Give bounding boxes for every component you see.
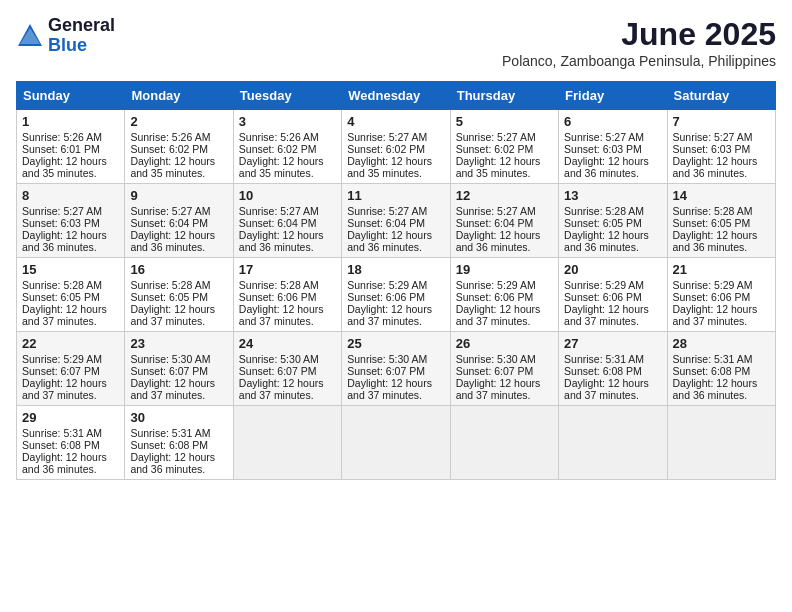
day-number: 18 xyxy=(347,262,444,277)
day-info: Sunrise: 5:29 AM Sunset: 6:07 PM Dayligh… xyxy=(22,353,107,401)
day-info: Sunrise: 5:27 AM Sunset: 6:03 PM Dayligh… xyxy=(673,131,758,179)
day-info: Sunrise: 5:31 AM Sunset: 6:08 PM Dayligh… xyxy=(564,353,649,401)
day-info: Sunrise: 5:29 AM Sunset: 6:06 PM Dayligh… xyxy=(347,279,432,327)
calendar-cell: 12Sunrise: 5:27 AM Sunset: 6:04 PM Dayli… xyxy=(450,184,558,258)
calendar-cell: 9Sunrise: 5:27 AM Sunset: 6:04 PM Daylig… xyxy=(125,184,233,258)
day-info: Sunrise: 5:26 AM Sunset: 6:01 PM Dayligh… xyxy=(22,131,107,179)
weekday-header-wednesday: Wednesday xyxy=(342,82,450,110)
weekday-header-thursday: Thursday xyxy=(450,82,558,110)
calendar-cell: 14Sunrise: 5:28 AM Sunset: 6:05 PM Dayli… xyxy=(667,184,775,258)
day-info: Sunrise: 5:27 AM Sunset: 6:02 PM Dayligh… xyxy=(347,131,432,179)
day-info: Sunrise: 5:30 AM Sunset: 6:07 PM Dayligh… xyxy=(239,353,324,401)
day-info: Sunrise: 5:28 AM Sunset: 6:05 PM Dayligh… xyxy=(130,279,215,327)
day-number: 27 xyxy=(564,336,661,351)
day-number: 25 xyxy=(347,336,444,351)
day-info: Sunrise: 5:31 AM Sunset: 6:08 PM Dayligh… xyxy=(130,427,215,475)
weekday-header-sunday: Sunday xyxy=(17,82,125,110)
calendar-cell: 8Sunrise: 5:27 AM Sunset: 6:03 PM Daylig… xyxy=(17,184,125,258)
svg-marker-1 xyxy=(20,28,40,44)
day-number: 3 xyxy=(239,114,336,129)
calendar-cell: 27Sunrise: 5:31 AM Sunset: 6:08 PM Dayli… xyxy=(559,332,667,406)
day-number: 10 xyxy=(239,188,336,203)
calendar-cell: 1Sunrise: 5:26 AM Sunset: 6:01 PM Daylig… xyxy=(17,110,125,184)
day-number: 13 xyxy=(564,188,661,203)
title-area: June 2025 Polanco, Zamboanga Peninsula, … xyxy=(502,16,776,69)
calendar-cell: 11Sunrise: 5:27 AM Sunset: 6:04 PM Dayli… xyxy=(342,184,450,258)
calendar-row-4: 22Sunrise: 5:29 AM Sunset: 6:07 PM Dayli… xyxy=(17,332,776,406)
month-title: June 2025 xyxy=(502,16,776,53)
weekday-header-saturday: Saturday xyxy=(667,82,775,110)
day-number: 4 xyxy=(347,114,444,129)
day-info: Sunrise: 5:29 AM Sunset: 6:06 PM Dayligh… xyxy=(673,279,758,327)
day-number: 11 xyxy=(347,188,444,203)
day-number: 29 xyxy=(22,410,119,425)
logo-icon xyxy=(16,22,44,50)
day-number: 2 xyxy=(130,114,227,129)
calendar-row-1: 1Sunrise: 5:26 AM Sunset: 6:01 PM Daylig… xyxy=(17,110,776,184)
day-number: 28 xyxy=(673,336,770,351)
day-number: 22 xyxy=(22,336,119,351)
calendar-cell: 13Sunrise: 5:28 AM Sunset: 6:05 PM Dayli… xyxy=(559,184,667,258)
logo-text: General Blue xyxy=(48,16,115,56)
day-number: 12 xyxy=(456,188,553,203)
day-number: 19 xyxy=(456,262,553,277)
day-number: 21 xyxy=(673,262,770,277)
calendar-row-5: 29Sunrise: 5:31 AM Sunset: 6:08 PM Dayli… xyxy=(17,406,776,480)
logo-general: General xyxy=(48,16,115,36)
day-number: 14 xyxy=(673,188,770,203)
weekday-header-friday: Friday xyxy=(559,82,667,110)
calendar-cell xyxy=(667,406,775,480)
logo-blue: Blue xyxy=(48,36,115,56)
day-number: 24 xyxy=(239,336,336,351)
calendar-cell: 24Sunrise: 5:30 AM Sunset: 6:07 PM Dayli… xyxy=(233,332,341,406)
calendar-cell: 18Sunrise: 5:29 AM Sunset: 6:06 PM Dayli… xyxy=(342,258,450,332)
calendar-cell: 6Sunrise: 5:27 AM Sunset: 6:03 PM Daylig… xyxy=(559,110,667,184)
day-number: 16 xyxy=(130,262,227,277)
day-info: Sunrise: 5:31 AM Sunset: 6:08 PM Dayligh… xyxy=(22,427,107,475)
day-number: 17 xyxy=(239,262,336,277)
calendar-cell: 19Sunrise: 5:29 AM Sunset: 6:06 PM Dayli… xyxy=(450,258,558,332)
day-info: Sunrise: 5:28 AM Sunset: 6:06 PM Dayligh… xyxy=(239,279,324,327)
calendar-cell: 28Sunrise: 5:31 AM Sunset: 6:08 PM Dayli… xyxy=(667,332,775,406)
day-info: Sunrise: 5:31 AM Sunset: 6:08 PM Dayligh… xyxy=(673,353,758,401)
calendar-cell: 21Sunrise: 5:29 AM Sunset: 6:06 PM Dayli… xyxy=(667,258,775,332)
day-number: 15 xyxy=(22,262,119,277)
calendar-cell xyxy=(233,406,341,480)
logo: General Blue xyxy=(16,16,115,56)
day-info: Sunrise: 5:26 AM Sunset: 6:02 PM Dayligh… xyxy=(239,131,324,179)
weekday-header-tuesday: Tuesday xyxy=(233,82,341,110)
calendar-cell: 2Sunrise: 5:26 AM Sunset: 6:02 PM Daylig… xyxy=(125,110,233,184)
day-info: Sunrise: 5:27 AM Sunset: 6:04 PM Dayligh… xyxy=(130,205,215,253)
calendar-cell: 25Sunrise: 5:30 AM Sunset: 6:07 PM Dayli… xyxy=(342,332,450,406)
day-number: 6 xyxy=(564,114,661,129)
calendar-cell xyxy=(450,406,558,480)
calendar-cell: 10Sunrise: 5:27 AM Sunset: 6:04 PM Dayli… xyxy=(233,184,341,258)
calendar-cell: 4Sunrise: 5:27 AM Sunset: 6:02 PM Daylig… xyxy=(342,110,450,184)
calendar-cell: 26Sunrise: 5:30 AM Sunset: 6:07 PM Dayli… xyxy=(450,332,558,406)
day-info: Sunrise: 5:29 AM Sunset: 6:06 PM Dayligh… xyxy=(456,279,541,327)
day-info: Sunrise: 5:27 AM Sunset: 6:04 PM Dayligh… xyxy=(239,205,324,253)
day-number: 9 xyxy=(130,188,227,203)
day-info: Sunrise: 5:28 AM Sunset: 6:05 PM Dayligh… xyxy=(673,205,758,253)
day-info: Sunrise: 5:28 AM Sunset: 6:05 PM Dayligh… xyxy=(564,205,649,253)
subtitle: Polanco, Zamboanga Peninsula, Philippine… xyxy=(502,53,776,69)
calendar-cell: 20Sunrise: 5:29 AM Sunset: 6:06 PM Dayli… xyxy=(559,258,667,332)
calendar-row-2: 8Sunrise: 5:27 AM Sunset: 6:03 PM Daylig… xyxy=(17,184,776,258)
day-number: 5 xyxy=(456,114,553,129)
calendar-cell: 16Sunrise: 5:28 AM Sunset: 6:05 PM Dayli… xyxy=(125,258,233,332)
day-info: Sunrise: 5:27 AM Sunset: 6:04 PM Dayligh… xyxy=(347,205,432,253)
day-number: 1 xyxy=(22,114,119,129)
calendar-cell xyxy=(342,406,450,480)
page-header: General Blue June 2025 Polanco, Zamboang… xyxy=(16,16,776,69)
calendar-cell: 17Sunrise: 5:28 AM Sunset: 6:06 PM Dayli… xyxy=(233,258,341,332)
day-number: 7 xyxy=(673,114,770,129)
day-info: Sunrise: 5:28 AM Sunset: 6:05 PM Dayligh… xyxy=(22,279,107,327)
calendar-cell: 7Sunrise: 5:27 AM Sunset: 6:03 PM Daylig… xyxy=(667,110,775,184)
calendar-cell: 30Sunrise: 5:31 AM Sunset: 6:08 PM Dayli… xyxy=(125,406,233,480)
day-number: 23 xyxy=(130,336,227,351)
calendar: SundayMondayTuesdayWednesdayThursdayFrid… xyxy=(16,81,776,480)
day-info: Sunrise: 5:26 AM Sunset: 6:02 PM Dayligh… xyxy=(130,131,215,179)
day-info: Sunrise: 5:30 AM Sunset: 6:07 PM Dayligh… xyxy=(456,353,541,401)
calendar-cell: 5Sunrise: 5:27 AM Sunset: 6:02 PM Daylig… xyxy=(450,110,558,184)
calendar-cell: 22Sunrise: 5:29 AM Sunset: 6:07 PM Dayli… xyxy=(17,332,125,406)
